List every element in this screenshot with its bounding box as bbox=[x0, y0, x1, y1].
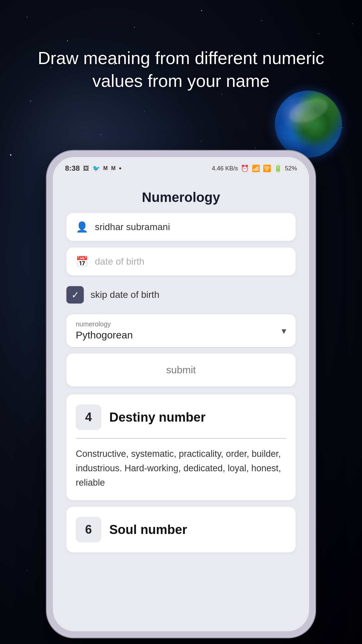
dob-placeholder[interactable]: date of birth bbox=[95, 256, 286, 267]
status-icon-twitter: 🐦 bbox=[93, 165, 100, 172]
hero-headline: Draw meaning from different numeric valu… bbox=[0, 47, 362, 92]
soul-result-card: 6 Soul number bbox=[66, 507, 296, 552]
app-title: Numerology bbox=[66, 180, 296, 213]
status-bar: 8:38 🖼 🐦 M M • 4.46 KB/s ⏰ 📶 🛜 🔋 52% bbox=[53, 157, 309, 180]
status-dot: • bbox=[119, 164, 122, 173]
skip-dob-checkbox[interactable]: ✓ bbox=[66, 286, 84, 304]
calendar-icon: 📅 bbox=[76, 256, 88, 267]
destiny-result-title: Destiny number bbox=[109, 410, 205, 425]
status-icon-gmail: M bbox=[103, 165, 108, 171]
battery-icon: 🔋 bbox=[274, 164, 282, 172]
network-speed: 4.46 KB/s bbox=[212, 165, 238, 172]
status-left: 8:38 🖼 🐦 M M • bbox=[65, 164, 121, 173]
person-icon: 👤 bbox=[76, 221, 88, 233]
soul-result-title: Soul number bbox=[109, 523, 187, 537]
alarm-icon: ⏰ bbox=[241, 164, 249, 172]
wifi-icon: 🛜 bbox=[263, 164, 271, 172]
status-icon-photo: 🖼 bbox=[83, 165, 89, 172]
status-time: 8:38 bbox=[65, 164, 80, 173]
earth-globe bbox=[275, 91, 342, 158]
destiny-description: Constructive, systematic, practicality, … bbox=[76, 447, 286, 490]
numerology-dropdown-value: Pythogorean bbox=[76, 329, 286, 341]
app-content: Numerology 👤 sridhar subramani 📅 date of… bbox=[53, 180, 309, 631]
destiny-result-header: 4 Destiny number bbox=[76, 405, 286, 430]
destiny-number-badge: 4 bbox=[76, 405, 101, 430]
dob-input-card[interactable]: 📅 date of birth bbox=[66, 248, 296, 275]
status-icon-gmail2: M bbox=[111, 165, 115, 171]
result-divider bbox=[76, 438, 286, 439]
phone-frame: 8:38 🖼 🐦 M M • 4.46 KB/s ⏰ 📶 🛜 🔋 52% Num… bbox=[47, 151, 315, 637]
soul-number-badge: 6 bbox=[76, 517, 101, 542]
name-input-card[interactable]: 👤 sridhar subramani bbox=[66, 213, 296, 241]
destiny-result-card: 4 Destiny number Constructive, systemati… bbox=[66, 394, 296, 500]
numerology-dropdown-label: numerology bbox=[76, 320, 286, 328]
phone-screen: 8:38 🖼 🐦 M M • 4.46 KB/s ⏰ 📶 🛜 🔋 52% Num… bbox=[53, 157, 309, 631]
submit-button[interactable]: submit bbox=[66, 354, 296, 386]
name-input-value[interactable]: sridhar subramani bbox=[95, 222, 286, 232]
soul-result-header: 6 Soul number bbox=[76, 517, 286, 542]
numerology-dropdown[interactable]: numerology Pythogorean ▾ bbox=[66, 314, 296, 347]
signal-icon: 📶 bbox=[252, 164, 260, 172]
battery-percent: 52% bbox=[285, 165, 297, 172]
checkmark-icon: ✓ bbox=[71, 289, 79, 301]
skip-dob-label: skip date of birth bbox=[90, 289, 159, 300]
skip-dob-row[interactable]: ✓ skip date of birth bbox=[66, 282, 296, 308]
status-right: 4.46 KB/s ⏰ 📶 🛜 🔋 52% bbox=[212, 164, 297, 172]
chevron-down-icon: ▾ bbox=[282, 325, 286, 336]
